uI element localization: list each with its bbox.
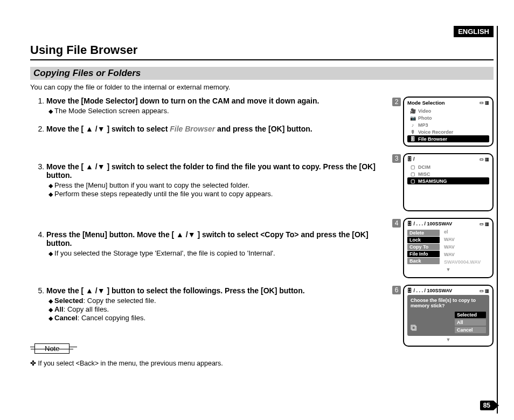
page-right-rule [497, 26, 498, 414]
shot-4-number: 4 [392, 219, 401, 228]
shot-3-path: 🗄/ [407, 156, 415, 162]
screenshots-column: 2 Mode Selection ▭ ▥ 🎥Video 📷Photo ♪MP3 … [392, 97, 494, 367]
steps-list: Move the [Mode Selector] down to turn on… [30, 97, 383, 322]
copy-icon: ⧉ [411, 323, 416, 333]
intro-text: You can copy the file or folder to the i… [30, 83, 494, 91]
shot-2-item-voice: 🎙Voice Recorder [407, 128, 489, 135]
shot-6-dialog: Choose the file(s) to copy to memory sti… [407, 295, 489, 336]
shot-6-opt-selected: Selected [455, 312, 486, 318]
shot-4-menu: Delete Lock Copy To File Info Back [407, 230, 440, 265]
step-5: Move the [ ▲ /▼ ] button to select the f… [46, 286, 383, 322]
shot-6-path: 🗄 / . . . / 100SSWAV [407, 288, 452, 293]
shot-4-path: 🗄 / . . . / 100SSWAV [407, 221, 452, 226]
shot-6-number: 6 [392, 286, 401, 294]
shot-3: 🗄/ ▭ ▥ ▢DCIM ▢MISC ▢MSAMSUNG [403, 153, 494, 211]
shot-3-folder-dcim: ▢DCIM [407, 163, 489, 170]
step-3: Move the [ ▲ /▼ ] switch to select the f… [46, 162, 383, 198]
language-tag: ENGLISH [454, 26, 494, 37]
shot-2-number: 2 [392, 98, 401, 106]
shot-3-block: 3 🗄/ ▭ ▥ ▢DCIM ▢MISC ▢MSAMSUNG [392, 153, 494, 211]
shot-6-status-icons: ▭ ▥ [480, 288, 489, 293]
shot-4-menu-copyto: Copy To [407, 244, 440, 250]
shot-3-folder-misc: ▢MISC [407, 170, 489, 177]
step-2-head: Move the [ ▲ /▼ ] switch to select File … [46, 125, 312, 133]
shot-2-item-mp3: ♪MP3 [407, 121, 489, 128]
shot-2-block: 2 Mode Selection ▭ ▥ 🎥Video 📷Photo ♪MP3 … [392, 97, 494, 147]
section-title: Copying Files or Folders [30, 67, 494, 80]
shot-6-dialog-question: Choose the file(s) to copy to memory sti… [411, 298, 486, 308]
step-4-head: Press the [Menu] button. Move the [ ▲ /▼… [46, 230, 369, 247]
shot-4-menu-delete: Delete [407, 230, 440, 236]
shot-2-item-photo: 📷Photo [407, 114, 489, 121]
shot-2: Mode Selection ▭ ▥ 🎥Video 📷Photo ♪MP3 🎙V… [403, 97, 494, 147]
shot-3-folder-msamsung: ▢MSAMSUNG [407, 177, 489, 184]
step-5-head: Move the [ ▲ /▼ ] button to select the f… [46, 286, 305, 295]
shot-4: 🗄 / . . . / 100SSWAV ▭ ▥ Delete Lock Cop… [403, 218, 494, 278]
page-title: Using File Browser [30, 43, 494, 57]
title-rule [30, 59, 494, 60]
step-4: Press the [Menu] button. Move the [ ▲ /▼… [46, 230, 383, 257]
shot-6: 🗄 / . . . / 100SSWAV ▭ ▥ Choose the file… [403, 285, 494, 347]
shot-2-title: Mode Selection [407, 100, 445, 106]
step-5-sub-1: Selected: Copy the selected file. [48, 297, 383, 305]
step-5-sub-3: Cancel: Cancel copying files. [48, 314, 383, 322]
shot-3-number: 3 [392, 154, 401, 163]
shot-2-item-filebrowser: 🗄File Browser [407, 135, 489, 142]
shot-4-arrow-down-icon: ▼ [407, 267, 489, 272]
shot-6-opt-all: All [455, 319, 486, 326]
step-1: Move the [Mode Selector] down to turn on… [46, 97, 383, 115]
page-number: 85 [480, 401, 494, 410]
shot-4-menu-lock: Lock [407, 237, 440, 243]
shot-6-opt-cancel: Cancel [455, 327, 486, 333]
step-2: Move the [ ▲ /▼ ] switch to select File … [46, 125, 383, 133]
shot-4-menu-fileinfo: File Info [407, 251, 440, 257]
shot-3-status-icons: ▭ ▥ [480, 157, 489, 162]
shot-2-item-video: 🎥Video [407, 107, 489, 114]
shot-2-status-icons: ▭ ▥ [480, 100, 489, 105]
shot-6-block: 6 🗄 / . . . / 100SSWAV ▭ ▥ Choose the fi… [392, 285, 494, 347]
shot-4-block: 4 🗄 / . . . / 100SSWAV ▭ ▥ Delete Lock C… [392, 218, 494, 278]
step-3-sub-2: Perform these steps repeatedly until the… [48, 190, 383, 198]
step-1-head: Move the [Mode Selector] down to turn on… [46, 97, 319, 105]
step-1-sub: The Mode Selection screen appears. [48, 107, 383, 115]
note-heading: Note [30, 340, 383, 354]
note-text: If you select <Back> in the menu, the pr… [30, 359, 383, 367]
shot-4-status-icons: ▭ ▥ [480, 222, 489, 226]
shot-4-menu-back: Back [407, 258, 440, 264]
instructions-column: Move the [Mode Selector] down to turn on… [30, 97, 383, 367]
step-4-sub: If you selected the Storage type 'Extern… [48, 249, 383, 257]
step-5-sub-2: All: Copy all files. [48, 305, 383, 313]
step-3-head: Move the [ ▲ /▼ ] switch to select the f… [46, 162, 376, 180]
content-row: Move the [Mode Selector] down to turn on… [30, 97, 494, 367]
shot-6-arrow-down-icon: ▼ [407, 337, 489, 342]
step-3-sub-1: Press the [Menu] button if you want to c… [48, 181, 383, 189]
